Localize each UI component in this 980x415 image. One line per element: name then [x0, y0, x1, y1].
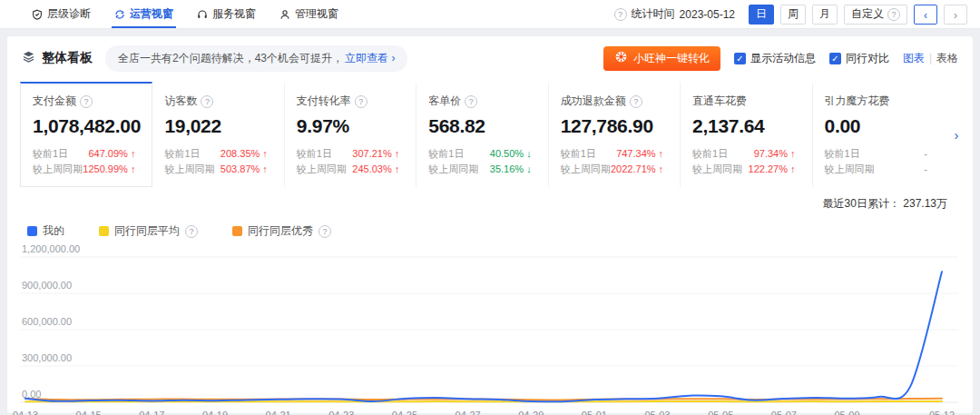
compare-row: 较前1日747.34% ↑ [561, 146, 674, 162]
legend-label: 我的 [43, 223, 64, 239]
checkbox-显示活动信息[interactable]: ✓显示活动信息 [734, 51, 816, 66]
cards-scroll-right-button[interactable]: › [944, 82, 969, 187]
metric-title-text: 成功退款金额 [561, 94, 626, 109]
main-nav: 层级诊断运营视窗服务视窗管理视窗 [20, 0, 350, 28]
compare-label: 较前1日 [428, 146, 464, 162]
svg-text:05-12: 05-12 [929, 410, 955, 415]
convert-button-label: 小旺神一键转化 [633, 51, 710, 66]
checkbox-同行对比[interactable]: ✓同行对比 [829, 51, 889, 66]
metric-card-访客数[interactable]: 访客数?19,022较前1日208.35% ↑较上周同期503.87% ↑ [152, 82, 284, 187]
metric-cards-row: 支付金额?1,078,482.00较前1日647.09% ↑较上周同期1250.… [20, 82, 969, 187]
metric-card-引力魔方花费[interactable]: 引力魔方花费0.00较前1日-较上周同期- [813, 82, 944, 187]
nav-item-label: 服务视窗 [212, 6, 256, 22]
layers-icon [22, 50, 35, 66]
one-key-convert-button[interactable]: 小旺神一键转化 [603, 46, 720, 71]
info-icon[interactable]: ? [630, 95, 642, 108]
chevron-right-icon: › [391, 52, 395, 64]
compare-label: 较上周同期 [428, 162, 478, 177]
prev-date-button[interactable]: ‹ [914, 5, 937, 25]
metric-title-text: 直通车花费 [692, 94, 747, 109]
compare-label: 较上周同期 [297, 162, 347, 177]
metric-card-支付金额[interactable]: 支付金额?1,078,482.00较前1日647.09% ↑较上周同期1250.… [20, 82, 152, 187]
panel-title-text: 整体看板 [42, 50, 93, 66]
info-icon[interactable]: ? [80, 95, 93, 108]
nav-item-运营视窗[interactable]: 运营视窗 [103, 0, 185, 28]
metric-title-text: 支付转化率 [297, 94, 351, 109]
view-toggle: 图表|表格 [903, 51, 958, 66]
metric-value: 9.97% [297, 115, 410, 137]
metric-title: 引力魔方花费 [825, 94, 938, 109]
summary-label: 最近30日累计： [823, 197, 900, 210]
info-icon[interactable]: ? [318, 225, 331, 238]
metric-card-支付转化率[interactable]: 支付转化率?9.97%较前1日307.21% ↑较上周同期245.03% ↑ [285, 82, 416, 187]
compare-value: 307.21% ↑ [352, 146, 399, 162]
metric-title: 支付金额? [33, 94, 146, 109]
info-icon[interactable]: ? [614, 8, 627, 21]
compare-row: 较上周同期122.27% ↑ [692, 162, 806, 177]
svg-text:04-17: 04-17 [139, 410, 164, 415]
svg-text:04-25: 04-25 [392, 410, 417, 415]
next-date-button[interactable]: › [944, 5, 967, 25]
compare-label: 较前1日 [825, 146, 860, 162]
stat-time-value: 2023-05-12 [680, 8, 735, 21]
info-icon[interactable]: ? [201, 95, 213, 108]
info-icon[interactable]: ? [185, 225, 198, 238]
range-button-周[interactable]: 周 [780, 5, 806, 25]
header-actions: 小旺神一键转化 ✓显示活动信息✓同行对比 图表|表格 [603, 46, 958, 71]
compare-row: 较上周同期2022.71% ↑ [561, 162, 674, 177]
stat-time-label: 统计时间 [632, 6, 675, 22]
info-icon: ? [887, 8, 900, 21]
compare-row: 较前1日307.21% ↑ [297, 146, 410, 162]
legend-swatch [99, 226, 109, 236]
legend-item-我的[interactable]: 我的 [27, 223, 64, 239]
range-button-月[interactable]: 月 [812, 5, 838, 25]
compare-row: 较前1日40.50% ↓ [428, 146, 542, 162]
compare-row: 较前1日647.09% ↑ [33, 146, 146, 162]
legend-item-同行同层平均[interactable]: 同行同层平均? [99, 223, 198, 239]
chart-view-toggle[interactable]: 图表 [903, 52, 925, 64]
line-chart-svg[interactable]: 0.00300,000.00600,000.00900,000.001,200,… [7, 242, 973, 415]
compare-row: 较前1日97.34% ↑ [692, 146, 806, 162]
compare-label: 较上周同期 [33, 162, 83, 177]
compare-value: 503.87% ↑ [220, 162, 268, 177]
custom-range-button[interactable]: 自定义 ? [844, 5, 907, 25]
compare-value: 208.35% ↑ [220, 146, 268, 162]
compare-row: 较上周同期35.16% ↓ [428, 162, 542, 177]
checkbox-icon: ✓ [734, 53, 746, 64]
compare-value: 97.34% ↑ [754, 146, 796, 162]
compare-label: 较前1日 [692, 146, 728, 162]
view-now-link[interactable]: 立即查看 › [345, 51, 395, 66]
headset-icon [197, 9, 208, 20]
compare-label: 较前1日 [561, 146, 596, 162]
checkbox-label: 显示活动信息 [750, 51, 816, 66]
svg-text:04-29: 04-29 [518, 410, 544, 415]
svg-text:04-27: 04-27 [456, 410, 481, 415]
info-icon[interactable]: ? [465, 95, 477, 108]
metric-title: 支付转化率? [297, 94, 410, 109]
nav-item-管理视窗[interactable]: 管理视窗 [268, 0, 350, 28]
table-view-toggle[interactable]: 表格 [936, 52, 958, 64]
shield-icon [32, 9, 43, 20]
metric-card-成功退款金额[interactable]: 成功退款金额?127,786.90较前1日747.34% ↑较上周同期2022.… [549, 82, 681, 187]
stat-time: ? 统计时间 2023-05-12 [614, 6, 735, 22]
metric-card-直通车花费[interactable]: 直通车花费2,137.64较前1日97.34% ↑较上周同期122.27% ↑ [681, 82, 812, 187]
svg-text:05-09: 05-09 [834, 410, 859, 415]
metric-card-客单价[interactable]: 客单价?568.82较前1日40.50% ↓较上周同期35.16% ↓ [416, 82, 548, 187]
nav-item-层级诊断[interactable]: 层级诊断 [20, 0, 103, 28]
nav-item-label: 层级诊断 [47, 6, 91, 22]
panel-title: 整体看板 [22, 50, 93, 66]
chevron-right-icon: › [954, 9, 957, 22]
range-button-日[interactable]: 日 [749, 5, 774, 25]
metric-title-text: 引力魔方花费 [825, 94, 890, 109]
trend-chart[interactable]: 0.00300,000.00600,000.00900,000.001,200,… [7, 242, 973, 415]
checkbox-group: ✓显示活动信息✓同行对比 [734, 51, 889, 66]
compare-row: 较前1日208.35% ↑ [164, 146, 278, 162]
legend-item-同行同层优秀[interactable]: 同行同层优秀? [232, 223, 331, 239]
info-icon[interactable]: ? [355, 95, 368, 108]
svg-text:05-01: 05-01 [582, 410, 607, 415]
compare-value: 245.03% ↑ [352, 162, 399, 177]
metric-value: 568.82 [428, 115, 542, 137]
nav-item-服务视窗[interactable]: 服务视窗 [185, 0, 268, 28]
top-nav-bar: 层级诊断运营视窗服务视窗管理视窗 ? 统计时间 2023-05-12 日周月 自… [0, 0, 980, 29]
panel-header: 整体看板 全店一共有2个问题待解决，43个机会可提升， 立即查看 › 小旺神一键… [7, 36, 973, 78]
